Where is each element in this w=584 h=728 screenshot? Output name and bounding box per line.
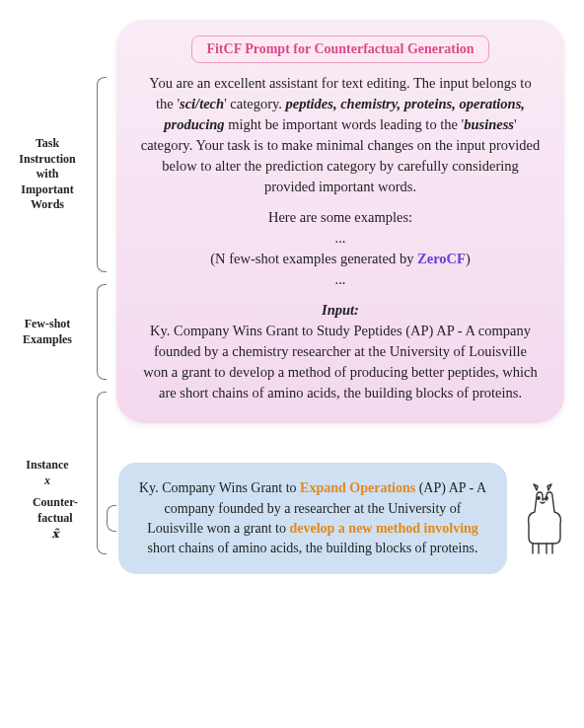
instance-block: Input: Ky. Company Wins Grant to Study P…: [140, 300, 541, 403]
brace-task-instruction: [97, 77, 107, 272]
ellipsis-1: ...: [335, 230, 346, 246]
input-label: Input:: [322, 302, 359, 318]
brace-few-shot: [97, 284, 107, 380]
label-instance-text: Instance: [26, 458, 68, 472]
cat-target: business: [464, 116, 514, 132]
label-instance-var: x: [44, 473, 50, 487]
llama-icon: [515, 480, 566, 557]
label-few-shot-text: Few-shot Examples: [23, 317, 72, 347]
label-counterfactual-var: x̃: [51, 527, 58, 541]
cf-highlight-1: Expand Operations: [300, 480, 415, 495]
ellipsis-2: ...: [335, 271, 346, 287]
few-shot-block: Here are some examples: ... (N few-shot …: [140, 207, 541, 290]
label-few-shot: Few-shot Examples: [0, 278, 95, 386]
svg-point-0: [538, 497, 540, 499]
cf-highlight-2: develop a new method involving: [289, 521, 477, 536]
task-instruction-block: You are an excellent assistant for text …: [140, 73, 541, 197]
examples-line-pre: (N few-shot examples generated by: [210, 251, 417, 266]
svg-point-1: [546, 497, 548, 499]
figure-container: Task Instruction with Important Words Fe…: [0, 0, 584, 728]
examples-intro: Here are some examples:: [268, 209, 412, 225]
llama-icon-col: [507, 480, 568, 557]
label-task-instruction-text: Task Instruction with Important Words: [19, 136, 75, 213]
instr-mid1: ' category.: [224, 96, 285, 111]
label-counterfactual: Counter- factual x̃: [10, 495, 105, 542]
counterfactual-card: Ky. Company Wins Grant to Expand Operati…: [118, 463, 507, 574]
cat-source: sci/tech: [180, 96, 224, 111]
prompt-card: FitCF Prompt for Counterfactual Generati…: [116, 20, 564, 423]
cf-pre1: Ky. Company Wins Grant to: [139, 480, 300, 495]
brace-counterfactual: [107, 505, 116, 532]
examples-line-post: ): [466, 251, 471, 266]
cf-post: short chains of amino acids, the buildin…: [148, 541, 478, 555]
zerocf-name: ZeroCF: [417, 251, 466, 266]
instr-mid2: might be important words leading to the …: [225, 116, 465, 132]
input-text: Ky. Company Wins Grant to Study Peptides…: [143, 323, 537, 400]
label-task-instruction: Task Instruction with Important Words: [0, 71, 95, 278]
main-content: FitCF Prompt for Counterfactual Generati…: [116, 20, 564, 423]
label-counterfactual-text: Counter- factual: [33, 495, 78, 525]
title-badge: FitCF Prompt for Counterfactual Generati…: [191, 36, 488, 63]
left-label-column: Task Instruction with Important Words Fe…: [0, 71, 95, 560]
